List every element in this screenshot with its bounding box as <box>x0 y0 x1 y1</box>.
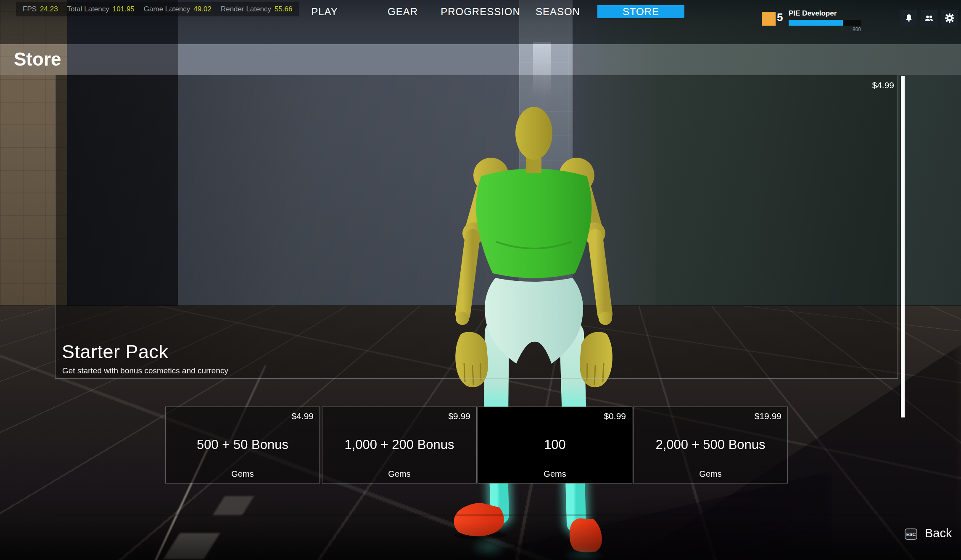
settings-button[interactable] <box>941 10 958 26</box>
offer-amount: 500 + 50 Bonus <box>166 437 319 452</box>
stat-render-latency: Render Latency 55.66 <box>221 5 293 13</box>
featured-offer-panel[interactable]: $4.99 Starter Pack Get started with bonu… <box>55 75 898 379</box>
stat-total-latency: Total Latency 101.95 <box>67 5 135 13</box>
tab-play[interactable]: PLAY <box>311 6 338 18</box>
offer-card-100-gems-selected[interactable]: $0.99 100 Gems <box>478 407 632 483</box>
offer-amount: 2,000 + 500 Bonus <box>634 437 787 452</box>
offer-unit: Gems <box>634 469 787 479</box>
tab-gear[interactable]: GEAR <box>388 6 418 18</box>
esc-key-hint: ESC <box>905 528 917 540</box>
tab-progression[interactable]: PROGRESSION <box>441 6 520 18</box>
page-title-band <box>0 44 961 75</box>
offer-unit: Gems <box>478 469 632 479</box>
page-title: Store <box>14 49 61 70</box>
game-store-screen: $4.99 Starter Pack Get started with bonu… <box>0 0 961 560</box>
offer-card-500-gems[interactable]: $4.99 500 + 50 Bonus Gems <box>165 407 320 483</box>
friends-icon <box>924 13 934 23</box>
offer-card-2000-gems[interactable]: $19.99 2,000 + 500 Bonus Gems <box>633 407 788 483</box>
player-avatar <box>762 12 776 26</box>
tab-season[interactable]: SEASON <box>536 6 580 18</box>
offer-amount: 100 <box>478 437 632 452</box>
featured-title: Starter Pack <box>62 341 169 363</box>
offer-card-1000-gems[interactable]: $9.99 1,000 + 200 Bonus Gems <box>322 407 477 483</box>
xp-progress-bar <box>789 20 861 26</box>
bottom-vignette <box>0 521 961 560</box>
notifications-button[interactable] <box>900 10 917 26</box>
vertical-scrollbar-thumb[interactable] <box>901 76 905 417</box>
featured-subtitle: Get started with bonus cosmetics and cur… <box>62 366 228 375</box>
offer-price: $9.99 <box>448 411 470 421</box>
offer-price: $19.99 <box>755 411 781 421</box>
friends-button[interactable] <box>921 10 937 26</box>
stat-fps: FPS 24.23 <box>23 5 58 13</box>
stat-game-latency: Game Latency 49.02 <box>144 5 211 13</box>
featured-price: $4.99 <box>872 80 894 90</box>
back-button[interactable]: Back <box>925 526 952 540</box>
xp-bar-fill <box>789 20 843 26</box>
tab-store-active[interactable]: STORE <box>597 5 684 18</box>
notifications-bell-icon <box>904 13 913 23</box>
settings-gear-icon <box>945 13 955 23</box>
offer-unit: Gems <box>166 469 319 479</box>
player-name: PIE Developer <box>789 9 837 18</box>
offer-unit: Gems <box>322 469 476 479</box>
offer-price: $0.99 <box>604 411 626 421</box>
xp-label: 800 <box>789 26 861 32</box>
offer-price: $4.99 <box>291 411 314 421</box>
offer-amount: 1,000 + 200 Bonus <box>322 437 476 452</box>
footer-divider <box>55 515 906 515</box>
performance-stats: FPS 24.23 Total Latency 101.95 Game Late… <box>16 2 299 16</box>
player-level: 5 <box>777 11 783 24</box>
